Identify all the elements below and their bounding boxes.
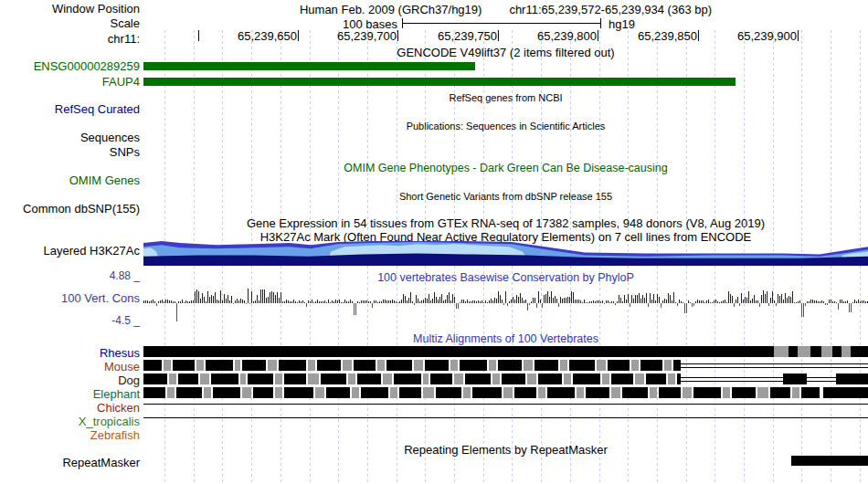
multiz-track-header[interactable]: Multiz Alignments of 100 Vertebrates <box>143 332 868 345</box>
conservation-bar-positive <box>145 300 146 303</box>
conservation-bar-positive <box>571 291 572 303</box>
alignment-segment <box>677 374 681 384</box>
conservation-bar-positive <box>847 300 848 303</box>
ruler-tick-label: 65,239,800 <box>537 30 597 42</box>
conservation-bar-positive <box>441 294 442 303</box>
alignment-segment <box>321 374 346 384</box>
alignment-row[interactable] <box>143 346 868 357</box>
conservation-bar-positive <box>268 297 269 303</box>
conservation-bar-positive <box>858 300 859 303</box>
conservation-bar-positive <box>270 292 270 303</box>
species-label[interactable]: Elephant <box>0 388 140 401</box>
conservation-bar-positive <box>832 301 833 303</box>
alignment-segment <box>315 387 324 398</box>
track-label-layered-h3k27ac[interactable]: Layered H3K27Ac <box>0 245 140 258</box>
conservation-bar-positive <box>321 301 322 303</box>
omim-track-header[interactable]: OMIM Gene Phenotypes - Dark Green Can Be… <box>143 162 868 174</box>
alignment-segment <box>308 360 315 371</box>
conservation-bar-positive <box>357 301 358 303</box>
conservation-bar-positive <box>403 294 404 303</box>
conservation-bar-positive <box>741 293 742 303</box>
alignment-row[interactable] <box>143 374 868 384</box>
conservation-bar-positive <box>688 300 689 303</box>
conservation-bar-positive <box>315 301 316 303</box>
conservation-bar-positive <box>860 301 861 303</box>
conservation-bar-negative <box>503 303 504 305</box>
conservation-bar-positive <box>836 302 837 303</box>
dbsnp-track-header[interactable]: Short Genetic Variants from dbSNP releas… <box>143 190 868 203</box>
track-label-repeatmasker[interactable]: RepeatMasker <box>0 457 140 469</box>
conservation-bar-positive <box>807 301 808 303</box>
species-label[interactable]: Chicken <box>0 402 140 415</box>
conservation-bar-positive <box>809 301 810 303</box>
gtex-track-header[interactable]: Gene Expression in 54 tissues from GTEx … <box>143 217 868 230</box>
species-label[interactable]: Dog <box>0 374 140 387</box>
alignment-segment <box>547 387 575 398</box>
repeat-element-bar[interactable] <box>791 456 868 466</box>
conservation-bar-positive <box>746 298 747 303</box>
conservation-bar-positive <box>745 297 746 303</box>
conservation-bar-positive <box>814 300 815 303</box>
scale-label: Scale <box>0 17 140 30</box>
genome-version-label: hg19 <box>609 17 635 31</box>
conservation-bar-positive <box>840 300 841 303</box>
conservation-bar-positive <box>202 293 203 303</box>
species-label[interactable]: X_tropicalis <box>0 416 140 428</box>
track-label-omim-genes[interactable]: OMIM Genes <box>0 174 140 187</box>
conservation-bar-positive <box>388 300 389 303</box>
conservation-bar-positive <box>547 291 548 303</box>
conservation-bar-positive <box>200 299 201 303</box>
conservation-bar-positive <box>640 299 641 303</box>
conservation-bar-positive <box>346 301 347 303</box>
conservation-bar-positive <box>191 300 192 303</box>
gene-bar[interactable] <box>143 78 736 86</box>
conservation-bar-positive <box>229 300 230 303</box>
conservation-bar-positive <box>264 289 265 303</box>
conservation-bar-positive <box>657 294 658 303</box>
track-label-sequences[interactable]: Sequences <box>0 132 140 144</box>
alignment-segment <box>783 374 807 384</box>
gene-bar[interactable] <box>143 62 475 70</box>
conservation-plot[interactable] <box>143 277 868 324</box>
species-label[interactable]: Mouse <box>0 361 140 374</box>
gene-label[interactable]: ENSG00000289259 <box>0 60 140 73</box>
conservation-bar-positive <box>439 297 440 303</box>
conservation-bar-positive <box>182 300 183 303</box>
alignment-row[interactable] <box>143 387 868 398</box>
alignment-row[interactable] <box>143 360 868 371</box>
conservation-bar-positive <box>723 300 724 303</box>
conservation-bar-positive <box>368 301 369 303</box>
conservation-bar-positive <box>595 301 596 303</box>
alignment-gap-line <box>681 363 868 364</box>
refseq-track-header[interactable]: RefSeq genes from NCBI <box>143 91 868 104</box>
conservation-bar-positive <box>524 300 524 303</box>
conservation-bar-negative <box>414 303 415 305</box>
alignment-segment <box>206 360 233 371</box>
gene-label[interactable]: FAUP4 <box>0 76 140 89</box>
track-label-100-vert-cons[interactable]: 100 Vert. Cons <box>0 292 140 305</box>
conservation-bar-positive <box>207 291 208 303</box>
conservation-bar-positive <box>551 291 552 303</box>
conservation-bar-positive <box>480 301 481 303</box>
alignment-segment <box>472 387 502 398</box>
conservation-bar-positive <box>681 301 682 303</box>
species-label[interactable]: Rhesus <box>0 347 140 360</box>
alignment-segment <box>668 374 675 384</box>
alignment-segment <box>569 360 595 371</box>
species-label[interactable]: Zebrafish <box>0 429 140 442</box>
alignment-gap-line <box>681 367 868 368</box>
gencode-track-header[interactable]: GENCODE V49lift37 (2 items filtered out) <box>143 47 868 59</box>
track-label-refseq-curated[interactable]: RefSeq Curated <box>0 103 140 116</box>
alignment-segment <box>423 374 429 384</box>
conservation-bar-positive <box>513 297 513 303</box>
conservation-bar-positive <box>291 301 292 303</box>
track-label-common-dbsnp[interactable]: Common dbSNP(155) <box>0 203 140 216</box>
h3k27ac-signal-plot[interactable] <box>143 240 868 266</box>
conservation-bar-positive <box>165 300 166 303</box>
conservation-bar-positive <box>228 295 228 303</box>
publications-track-header[interactable]: Publications: Sequences in Scientific Ar… <box>143 120 868 132</box>
repeatmasker-track-header[interactable]: Repeating Elements by RepeatMasker <box>143 444 868 457</box>
track-label-snps[interactable]: SNPs <box>0 146 140 159</box>
ruler-tick: 65,239,850 <box>638 30 699 42</box>
conservation-bar-positive <box>224 294 225 303</box>
